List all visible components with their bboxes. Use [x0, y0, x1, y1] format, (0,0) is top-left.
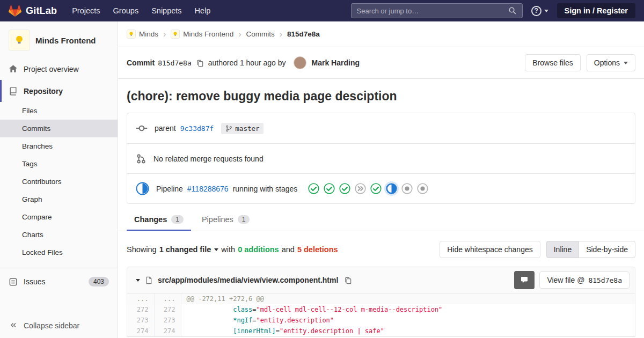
sidebar-item-locked-files[interactable]: Locked Files	[0, 244, 118, 261]
search-input[interactable]	[357, 7, 508, 15]
options-button[interactable]: Options	[587, 54, 635, 71]
new-line-number[interactable]: 273	[154, 315, 181, 326]
toggle-comments-button[interactable]	[514, 271, 535, 289]
stage-created-icon[interactable]	[401, 183, 413, 194]
sidebar-item-graph[interactable]: Graph	[0, 190, 118, 208]
sidebar-nav: Project overview Repository Files Commit…	[0, 58, 118, 293]
diff-line: 274 274 [innerHtml]="entity.description …	[127, 326, 635, 336]
pipeline-status-running-icon[interactable]	[136, 182, 149, 195]
nav-link-projects[interactable]: Projects	[72, 6, 100, 15]
sidebar-item-label: Repository	[24, 87, 63, 95]
breadcrumb-item-minds[interactable]: Minds	[127, 30, 158, 39]
sidebar-item-files[interactable]: Files	[0, 102, 118, 120]
comment-icon	[520, 276, 529, 284]
stage-passed-icon[interactable]	[308, 183, 319, 194]
tab-changes[interactable]: Changes 1	[127, 208, 191, 231]
top-navbar: GitLab Projects Groups Snippets Help ? S…	[0, 0, 644, 21]
changed-files-dropdown[interactable]: 1 changed file	[159, 245, 219, 254]
sidebar-item-tags[interactable]: Tags	[0, 155, 118, 173]
view-file-button[interactable]: View file @ 815d7e8a	[539, 271, 630, 289]
gitlab-logo[interactable]: GitLab	[9, 4, 57, 17]
help-menu[interactable]: ?	[531, 6, 548, 16]
sidebar-item-charts[interactable]: Charts	[0, 226, 118, 244]
gitlab-wordmark: GitLab	[26, 5, 57, 17]
help-icon: ?	[531, 6, 541, 16]
old-line-number[interactable]: 272	[127, 304, 154, 315]
diff-summary-bar: Showing 1 changed file with 0 additions …	[118, 231, 644, 267]
code-line: *ngIf="entity.description"	[181, 315, 635, 326]
breadcrumb-item-commits[interactable]: Commits	[246, 30, 274, 38]
breadcrumb-label: Minds Frontend	[183, 30, 233, 38]
copy-file-path-button[interactable]	[343, 275, 353, 285]
stage-running-icon[interactable]	[386, 183, 397, 194]
collapse-file-caret-icon[interactable]	[136, 279, 140, 282]
stage-skipped-icon[interactable]	[355, 183, 366, 194]
sidebar-item-repository[interactable]: Repository	[0, 80, 118, 102]
nav-link-help[interactable]: Help	[195, 6, 211, 15]
code-line: [innerHtml]="entity.description | safe"	[181, 326, 635, 336]
branch-badge[interactable]: master	[221, 123, 264, 134]
stage-created-icon[interactable]	[417, 183, 428, 194]
merge-request-icon	[136, 153, 147, 164]
pipeline-id-link[interactable]: #118288676	[187, 185, 229, 193]
commit-sha: 815d7e8a	[158, 59, 192, 67]
attr-name: [innerHtml]	[187, 327, 276, 335]
string-value: "entity.description"	[257, 317, 334, 324]
branch-icon	[225, 125, 232, 132]
stage-passed-icon[interactable]	[370, 183, 382, 194]
chevron-down-icon	[544, 10, 548, 12]
diff-table: ... ... @@ -272,11 +272,6 @@ 272 272 cla…	[127, 293, 635, 336]
new-line-number: ...	[154, 293, 181, 304]
inline-view-button[interactable]: Inline	[546, 241, 579, 258]
copy-sha-button[interactable]	[195, 58, 205, 68]
old-line-number[interactable]: 274	[127, 326, 154, 336]
tab-pipelines[interactable]: Pipelines 1	[194, 208, 258, 231]
diff-file-path[interactable]: src/app/modules/media/view/view.componen…	[158, 276, 338, 284]
collapse-sidebar-button[interactable]: Collapse sidebar	[0, 313, 118, 338]
side-by-side-view-button[interactable]: Side-by-side	[579, 241, 635, 258]
author-name[interactable]: Mark Harding	[312, 58, 360, 67]
diff-line: 272 272 class="mdl-cell mdl-cell--12-col…	[127, 304, 635, 315]
options-label: Options	[594, 58, 620, 67]
browse-files-button[interactable]: Browse files	[525, 54, 580, 71]
lightbulb-icon	[13, 34, 25, 46]
diff-file-header: src/app/modules/media/view/view.componen…	[127, 267, 635, 293]
project-header[interactable]: Minds Frontend	[0, 21, 118, 58]
merge-request-row: No related merge requests found	[127, 143, 635, 173]
pipeline-status-text: running with stages	[233, 185, 298, 193]
breadcrumb-label: Commits	[246, 30, 274, 38]
with-text: with	[221, 245, 235, 254]
commit-tabs: Changes 1 Pipelines 1	[118, 208, 644, 231]
sidebar-item-branches[interactable]: Branches	[0, 137, 118, 155]
parent-sha-link[interactable]: 9c33d87f	[180, 124, 214, 133]
hide-whitespace-button[interactable]: Hide whitespace changes	[440, 241, 540, 258]
branch-name: master	[235, 124, 259, 133]
sidebar-item-compare[interactable]: Compare	[0, 208, 118, 226]
diff-mode-toggle: Inline Side-by-side	[546, 241, 635, 258]
authored-text: authored 1 hour ago by	[208, 58, 286, 67]
old-line-number[interactable]: 273	[127, 315, 154, 326]
diff-file-actions: View file @ 815d7e8a	[514, 271, 630, 289]
copy-icon	[196, 59, 204, 67]
tab-label: Changes	[134, 215, 167, 224]
stage-passed-icon[interactable]	[324, 183, 335, 194]
new-line-number[interactable]: 272	[154, 304, 181, 315]
breadcrumb-item-minds-frontend[interactable]: Minds Frontend	[171, 30, 233, 39]
nav-link-groups[interactable]: Groups	[113, 6, 139, 15]
commit-info-box: parent 9c33d87f master No related merge …	[127, 113, 635, 204]
sidebar-item-issues[interactable]: Issues 403	[0, 270, 118, 293]
issues-count-badge: 403	[89, 277, 109, 286]
stage-passed-icon[interactable]	[339, 183, 350, 194]
sidebar-item-contributors[interactable]: Contributors	[0, 173, 118, 190]
string-value: "mdl-cell mdl-cell--12-col m-media--desc…	[257, 306, 443, 313]
sign-in-button[interactable]: Sign in / Register	[557, 3, 635, 18]
new-line-number[interactable]: 274	[154, 326, 181, 336]
sidebar-item-project-overview[interactable]: Project overview	[0, 58, 118, 80]
sidebar-item-commits[interactable]: Commits	[0, 120, 118, 137]
search-box	[351, 3, 523, 18]
pipeline-stages	[308, 183, 428, 194]
breadcrumb-separator: ›	[280, 30, 282, 39]
nav-link-snippets[interactable]: Snippets	[151, 6, 181, 15]
old-line-number: ...	[127, 293, 154, 304]
project-name: Minds Frontend	[35, 36, 96, 45]
